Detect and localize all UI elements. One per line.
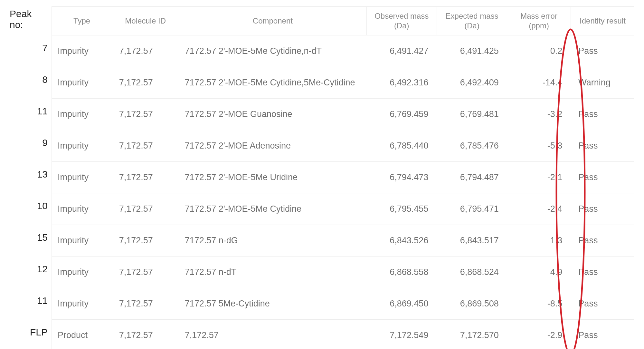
- cell-expected-mass: 6,491.425: [437, 35, 507, 67]
- peak-number-cell: 11: [10, 285, 52, 316]
- cell-component: 7172.57 n-dG: [179, 225, 366, 257]
- cell-type: Impurity: [52, 162, 112, 193]
- cell-expected-mass: 6,843.517: [437, 225, 507, 257]
- cell-mass-error: -3.2: [507, 99, 571, 130]
- cell-expected-mass: 6,769.481: [437, 99, 507, 130]
- cell-mass-error: -2.1: [507, 162, 571, 193]
- cell-mass-error: -14.4: [507, 67, 571, 99]
- cell-mass-error: 4.9: [507, 257, 571, 288]
- cell-molecule-id: 7,172.57: [112, 257, 179, 288]
- results-table-container: Type Molecule ID Component Observed mass…: [52, 6, 634, 349]
- table-row[interactable]: Impurity7,172.577172.57 2'-MOE-5Me Cytid…: [52, 193, 635, 225]
- peak-number-cell: FLP: [10, 316, 52, 348]
- cell-expected-mass: 6,785.476: [437, 130, 507, 162]
- cell-expected-mass: 6,794.487: [437, 162, 507, 193]
- cell-molecule-id: 7,172.57: [112, 162, 179, 193]
- cell-molecule-id: 7,172.57: [112, 99, 179, 130]
- cell-identity-result: Pass: [571, 320, 634, 349]
- table-row[interactable]: Impurity7,172.577172.57 2'-MOE-5Me Uridi…: [52, 162, 635, 193]
- peak-number-header: Peak no:: [10, 6, 52, 32]
- col-header-type[interactable]: Type: [52, 7, 112, 35]
- cell-component: 7172.57 2'-MOE Adenosine: [179, 130, 366, 162]
- table-row[interactable]: Impurity7,172.577172.57 2'-MOE-5Me Cytid…: [52, 35, 635, 67]
- cell-observed-mass: 6,492.316: [366, 67, 437, 99]
- table-row[interactable]: Impurity7,172.577172.57 2'-MOE Adenosine…: [52, 130, 635, 162]
- cell-type: Impurity: [52, 130, 112, 162]
- col-header-observed-mass[interactable]: Observed mass (Da): [366, 7, 437, 35]
- cell-observed-mass: 6,491.427: [366, 35, 437, 67]
- cell-type: Impurity: [52, 67, 112, 99]
- cell-observed-mass: 6,869.450: [366, 288, 437, 320]
- cell-identity-result: Pass: [571, 130, 634, 162]
- peak-number-cell: 8: [10, 64, 52, 95]
- cell-expected-mass: 6,795.471: [437, 193, 507, 225]
- cell-molecule-id: 7,172.57: [112, 193, 179, 225]
- cell-component: 7172.57 2'-MOE-5Me Uridine: [179, 162, 366, 193]
- cell-observed-mass: 6,843.526: [366, 225, 437, 257]
- cell-molecule-id: 7,172.57: [112, 288, 179, 320]
- cell-type: Impurity: [52, 225, 112, 257]
- cell-component: 7172.57 2'-MOE-5Me Cytidine,5Me-Cytidine: [179, 67, 366, 99]
- col-header-component[interactable]: Component: [179, 7, 366, 35]
- cell-observed-mass: 6,794.473: [366, 162, 437, 193]
- cell-observed-mass: 7,172.549: [366, 320, 437, 349]
- cell-observed-mass: 6,785.440: [366, 130, 437, 162]
- cell-observed-mass: 6,769.459: [366, 99, 437, 130]
- cell-mass-error: -2.9: [507, 320, 571, 349]
- cell-observed-mass: 6,868.558: [366, 257, 437, 288]
- cell-type: Impurity: [52, 257, 112, 288]
- cell-molecule-id: 7,172.57: [112, 320, 179, 349]
- cell-mass-error: -2.4: [507, 193, 571, 225]
- cell-identity-result: Pass: [571, 35, 634, 67]
- cell-mass-error: -8.5: [507, 288, 571, 320]
- cell-expected-mass: 6,868.524: [437, 257, 507, 288]
- peak-number-cell: 9: [10, 127, 52, 159]
- cell-component: 7172.57 2'-MOE Guanosine: [179, 99, 366, 130]
- cell-component: 7172.57 2'-MOE-5Me Cytidine: [179, 193, 366, 225]
- cell-type: Product: [52, 320, 112, 349]
- cell-molecule-id: 7,172.57: [112, 130, 179, 162]
- table-row[interactable]: Impurity7,172.577172.57 2'-MOE Guanosine…: [52, 99, 635, 130]
- cell-identity-result: Warning: [571, 67, 634, 99]
- peak-number-cell: 15: [10, 222, 52, 253]
- cell-component: 7,172.57: [179, 320, 366, 349]
- cell-expected-mass: 6,492.409: [437, 67, 507, 99]
- cell-mass-error: 1.3: [507, 225, 571, 257]
- cell-type: Impurity: [52, 288, 112, 320]
- col-header-identity-result[interactable]: Identity result: [571, 7, 634, 35]
- cell-identity-result: Pass: [571, 162, 634, 193]
- peak-number-cell: 12: [10, 253, 52, 285]
- col-header-mass-error[interactable]: Mass error (ppm): [507, 7, 571, 35]
- cell-type: Impurity: [52, 35, 112, 67]
- cell-molecule-id: 7,172.57: [112, 35, 179, 67]
- cell-component: 7172.57 5Me-Cytidine: [179, 288, 366, 320]
- cell-mass-error: 0.2: [507, 35, 571, 67]
- table-row[interactable]: Impurity7,172.577172.57 2'-MOE-5Me Cytid…: [52, 67, 635, 99]
- cell-component: 7172.57 n-dT: [179, 257, 366, 288]
- peak-number-cell: 7: [10, 32, 52, 64]
- peak-number-cell: 11: [10, 95, 52, 127]
- cell-component: 7172.57 2'-MOE-5Me Cytidine,n-dT: [179, 35, 366, 67]
- cell-identity-result: Pass: [571, 193, 634, 225]
- col-header-expected-mass[interactable]: Expected mass (Da): [437, 7, 507, 35]
- table-row[interactable]: Impurity7,172.577172.57 5Me-Cytidine6,86…: [52, 288, 635, 320]
- peak-number-cell: 10: [10, 190, 52, 222]
- cell-type: Impurity: [52, 99, 112, 130]
- cell-molecule-id: 7,172.57: [112, 67, 179, 99]
- peak-number-column: Peak no: 781191310151211FLP: [10, 6, 52, 348]
- cell-type: Impurity: [52, 193, 112, 225]
- cell-identity-result: Pass: [571, 225, 634, 257]
- cell-identity-result: Pass: [571, 99, 634, 130]
- cell-identity-result: Pass: [571, 288, 634, 320]
- col-header-molecule-id[interactable]: Molecule ID: [112, 7, 179, 35]
- table-row[interactable]: Product7,172.577,172.577,172.5497,172.57…: [52, 320, 635, 349]
- table-row[interactable]: Impurity7,172.577172.57 n-dG6,843.5266,8…: [52, 225, 635, 257]
- table-row[interactable]: Impurity7,172.577172.57 n-dT6,868.5586,8…: [52, 257, 635, 288]
- cell-molecule-id: 7,172.57: [112, 225, 179, 257]
- results-table: Type Molecule ID Component Observed mass…: [52, 7, 634, 349]
- cell-expected-mass: 7,172.570: [437, 320, 507, 349]
- table-header-row: Type Molecule ID Component Observed mass…: [52, 7, 635, 35]
- peak-number-cell: 13: [10, 159, 52, 190]
- cell-expected-mass: 6,869.508: [437, 288, 507, 320]
- cell-mass-error: -5.3: [507, 130, 571, 162]
